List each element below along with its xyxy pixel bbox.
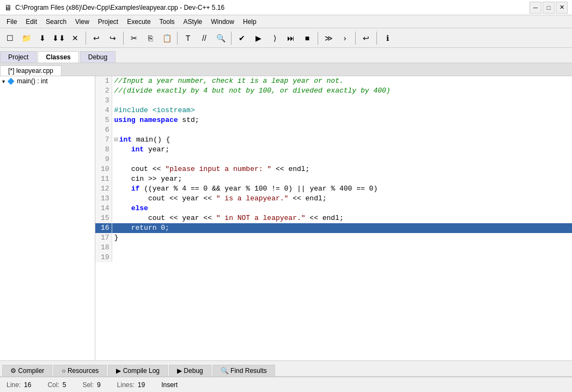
table-row: 15 cout << year << " in NOT a leapyear."… [95,213,572,223]
indent-btn[interactable]: T [180,30,196,46]
menu-item-astyle[interactable]: AStyle [179,17,207,27]
copy-btn[interactable]: ⎘ [143,30,158,46]
toolbar: ☐📁⬇⬇⬇✕↩↪✂⎘📋T//🔍✔▶⟩⏭■≫›↩ℹ [0,28,572,48]
download-btn[interactable]: ⬇ [35,30,50,46]
bottom-tab-compile-log[interactable]: ▶ Compile Log [108,365,168,376]
line-number: 10 [95,164,112,174]
table-row: 19 [95,253,572,262]
info-btn[interactable]: ℹ [380,30,395,46]
step-btn[interactable]: ⏭ [283,30,299,46]
code-line[interactable]: int year; [112,145,572,155]
redo-btn[interactable]: ↪ [105,30,120,46]
line-number: 12 [95,184,112,194]
line-number: 17 [95,233,112,243]
more1-btn[interactable]: ≫ [321,30,336,46]
menu-item-tools[interactable]: Tools [155,17,179,27]
panel-tab-debug[interactable]: Debug [80,51,115,63]
minimize-button[interactable]: ─ [530,2,541,14]
menu-item-view[interactable]: View [71,17,94,27]
menu-item-window[interactable]: Window [206,17,239,27]
code-line[interactable]: cout << year << " is a leapyear." << end… [112,194,572,204]
table-row: 4#include <iostream> [95,106,572,115]
new-btn[interactable]: ☐ [2,30,17,46]
table-row: 14 else [95,204,572,213]
back-btn[interactable]: ↩ [358,30,374,46]
title-bar-controls: ─ □ ✕ [530,2,568,14]
code-line[interactable] [112,253,572,262]
menu-item-edit[interactable]: Edit [21,17,41,27]
panel-tab-project[interactable]: Project [0,51,36,63]
bottom-tab-debug[interactable]: ▶ Debug [169,365,211,376]
menu-bar: FileEditSearchViewProjectExecuteToolsASt… [0,15,572,28]
line-number: 6 [95,125,112,135]
bottom-tab-resources[interactable]: ○ Resources [53,365,107,376]
run-btn[interactable]: ▶ [251,30,266,46]
line-number: 11 [95,174,112,184]
menu-item-file[interactable]: File [2,17,21,27]
close-button[interactable]: ✕ [556,2,568,14]
table-row: 3 [95,96,572,106]
code-line[interactable]: //Input a year number, check it is a lea… [112,76,572,86]
menu-item-search[interactable]: Search [41,17,71,27]
save-all-btn[interactable]: ⬇⬇ [51,30,66,46]
open-btn[interactable]: 📁 [19,30,34,46]
sidebar-item-main[interactable]: ▾ 🔷 main() : int [0,76,95,86]
line-number: 5 [95,115,112,125]
comment-btn[interactable]: // [197,30,212,46]
title-bar: 🖥 C:\Program Files (x86)\Dev-Cpp\Example… [0,0,572,15]
line-number: 1 [95,76,112,86]
code-line[interactable]: cin >> year; [112,174,572,184]
line-number: 8 [95,145,112,155]
line-number: 2 [95,86,112,96]
code-line[interactable]: //(divide exactly by 4 but not by 100, o… [112,86,572,96]
table-row: 18 [95,243,572,253]
undo-btn[interactable]: ↩ [89,30,104,46]
table-row: 2//(divide exactly by 4 but not by 100, … [95,86,572,96]
table-row: 11 cin >> year; [95,174,572,184]
title-bar-left: 🖥 C:\Program Files (x86)\Dev-Cpp\Example… [4,3,224,12]
code-line[interactable]: else [112,204,572,213]
code-line[interactable]: if ((year % 4 == 0 && year % 100 != 0) |… [112,184,572,194]
bottom-tab-compiler[interactable]: ⚙ Compiler [2,365,52,376]
file-tabs: [*] leapyear.cpp [0,63,572,76]
close-btn[interactable]: ✕ [68,30,83,46]
menu-item-help[interactable]: Help [239,17,261,27]
code-line[interactable] [112,125,572,135]
cut-btn[interactable]: ✂ [126,30,142,46]
send-btn[interactable]: ⟩ [267,30,282,46]
line-number: 9 [95,155,112,164]
menu-item-project[interactable]: Project [94,17,123,27]
check-btn[interactable]: ✔ [234,30,250,46]
line-number: 4 [95,106,112,115]
file-tab[interactable]: [*] leapyear.cpp [0,65,62,76]
bottom-tab-find-results[interactable]: 🔍 Find Results [212,365,275,376]
code-editor[interactable]: 1//Input a year number, check it is a le… [95,76,572,360]
sidebar-item-label: main() : int [17,77,48,85]
toolbar-separator [376,32,377,45]
status-sel: Sel: 9 [82,381,100,389]
stop-btn[interactable]: ■ [300,30,315,46]
status-col: Col: 5 [47,381,66,389]
menu-item-execute[interactable]: Execute [123,17,155,27]
app-icon: 🖥 [4,3,12,12]
code-line[interactable]: using namespace std; [112,115,572,125]
panel-tabs: ProjectClassesDebug [0,48,572,63]
find-btn[interactable]: 🔍 [213,30,228,46]
code-line[interactable]: ⊟int main() { [112,135,572,145]
code-line[interactable] [112,96,572,106]
panel-tab-classes[interactable]: Classes [38,51,78,63]
paste-btn[interactable]: 📋 [159,30,174,46]
more2-btn[interactable]: › [337,30,352,46]
code-line[interactable]: #include <iostream> [112,106,572,115]
code-line[interactable]: return 0; [112,223,572,233]
code-line[interactable]: } [112,233,572,243]
table-row: 16 return 0; [95,223,572,233]
main-area: ▾ 🔷 main() : int 1//Input a year number,… [0,76,572,360]
table-row: 7⊟int main() { [95,135,572,145]
code-line[interactable]: cout << "please input a number: " << end… [112,164,572,174]
toolbar-separator [355,32,356,45]
code-line[interactable] [112,155,572,164]
maximize-button[interactable]: □ [543,2,555,14]
code-line[interactable]: cout << year << " in NOT a leapyear." <<… [112,213,572,223]
code-line[interactable] [112,243,572,253]
